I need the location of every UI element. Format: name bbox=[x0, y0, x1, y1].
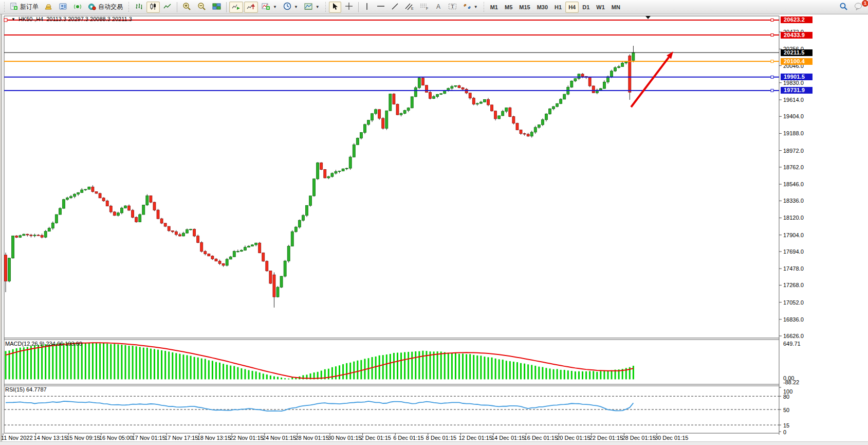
fibonacci-button[interactable]: F bbox=[417, 2, 431, 13]
candle bbox=[512, 116, 515, 124]
candle bbox=[632, 46, 635, 62]
periods-button[interactable]: ▼ bbox=[281, 2, 301, 13]
time-tick-label: 22 Dec 01:15 bbox=[589, 435, 623, 441]
tile-windows-button[interactable] bbox=[210, 2, 224, 13]
candle bbox=[534, 126, 537, 134]
line-handle[interactable] bbox=[771, 60, 773, 63]
time-tick-label: 20 Dec 01:15 bbox=[557, 435, 590, 441]
line-handle[interactable] bbox=[4, 19, 7, 22]
timeframe-button-mn[interactable]: MN bbox=[608, 2, 623, 13]
candle bbox=[124, 205, 126, 208]
notification-count-badge: 1 bbox=[862, 0, 868, 7]
gold-icon bbox=[45, 3, 53, 11]
macd-axis-min: -88.22 bbox=[783, 379, 799, 385]
auto-scroll-button[interactable] bbox=[229, 2, 243, 13]
candle bbox=[62, 199, 65, 209]
signal-icon bbox=[73, 3, 82, 12]
line-chart-button[interactable] bbox=[161, 2, 174, 13]
timeframe-button-d1[interactable]: D1 bbox=[579, 2, 593, 13]
gold-button[interactable] bbox=[42, 2, 56, 13]
shapes-button[interactable]: ▼ bbox=[460, 2, 481, 13]
chart-canvas[interactable] bbox=[0, 14, 868, 441]
zoom-out-button[interactable] bbox=[195, 2, 209, 13]
candlestick-chart-icon bbox=[149, 3, 157, 12]
search-button[interactable] bbox=[837, 2, 851, 13]
notifications-button[interactable]: 1 bbox=[852, 2, 866, 13]
svg-text:E: E bbox=[411, 7, 414, 10]
candle bbox=[570, 81, 573, 88]
symbol-dropdown-icon[interactable]: ▼ bbox=[11, 17, 15, 22]
equidistant-channel-button[interactable]: E bbox=[402, 2, 416, 13]
cursor-button[interactable] bbox=[329, 2, 341, 13]
auto-trading-button[interactable]: 自动交易 bbox=[85, 2, 125, 13]
candle bbox=[491, 105, 493, 112]
current-price-badge: 20211.5 bbox=[781, 49, 812, 56]
line-handle[interactable] bbox=[771, 76, 773, 78]
signal-button[interactable] bbox=[71, 2, 84, 13]
time-tick-label: 30 Dec 01:15 bbox=[655, 435, 688, 441]
candle bbox=[248, 245, 250, 247]
crosshair-icon bbox=[345, 2, 353, 12]
equidistant-channel-icon: E bbox=[405, 3, 414, 12]
time-tick-label: 30 Nov 01:15 bbox=[328, 435, 361, 441]
text-label-button[interactable]: T bbox=[446, 2, 459, 13]
line-handle[interactable] bbox=[771, 34, 773, 37]
candle bbox=[153, 202, 156, 211]
time-tick-label: 15 Nov 09:15 bbox=[66, 435, 100, 441]
candle bbox=[30, 234, 32, 238]
candle bbox=[106, 200, 108, 206]
candle bbox=[23, 234, 25, 236]
timeframe-button-h4[interactable]: H4 bbox=[565, 2, 579, 13]
time-tick-label: 24 Nov 01:15 bbox=[263, 435, 296, 441]
zoom-in-button[interactable] bbox=[180, 2, 194, 13]
chart-window[interactable] bbox=[0, 14, 868, 441]
accounts-button[interactable] bbox=[57, 2, 70, 13]
trendline-button[interactable] bbox=[389, 2, 401, 13]
time-tick-label: 14 Dec 01:15 bbox=[491, 435, 525, 441]
candle bbox=[378, 109, 381, 120]
candle bbox=[414, 86, 417, 97]
candle bbox=[211, 255, 214, 260]
trend-arrow[interactable] bbox=[631, 57, 669, 107]
trading-terminal-window: { "toolbar": { "new_order_label": "新订单",… bbox=[0, 0, 868, 445]
line-handle[interactable] bbox=[771, 19, 773, 21]
timeframe-button-m15[interactable]: M15 bbox=[516, 2, 533, 13]
horizontal-line-button[interactable] bbox=[374, 2, 387, 13]
candle bbox=[363, 124, 366, 134]
bar-chart-button[interactable] bbox=[132, 2, 145, 13]
line-handle[interactable] bbox=[771, 89, 773, 92]
candle bbox=[614, 66, 617, 72]
chart-shift-button[interactable] bbox=[244, 2, 258, 13]
template-button[interactable]: ▼ bbox=[302, 2, 322, 13]
candle bbox=[146, 194, 149, 206]
time-tick-label: 17 Nov 17:15 bbox=[164, 435, 198, 441]
timeframe-button-h1[interactable]: H1 bbox=[551, 2, 565, 13]
auto-trading-label: 自动交易 bbox=[98, 3, 123, 11]
indicators-button[interactable]: ▼ bbox=[259, 2, 280, 13]
chart-title: ▼ HK50-,H4 20113.3 20297.3 20088.3 20211… bbox=[11, 16, 132, 22]
candle bbox=[81, 188, 83, 193]
candle bbox=[193, 228, 196, 237]
timeframe-button-m1[interactable]: M1 bbox=[487, 2, 501, 13]
price-tick-label: 18120.0 bbox=[783, 215, 804, 221]
timeframe-button-m5[interactable]: M5 bbox=[502, 2, 515, 13]
candle bbox=[472, 97, 475, 105]
crosshair-button[interactable] bbox=[342, 2, 356, 13]
candle bbox=[255, 243, 257, 246]
new-order-button[interactable]: 新订单 bbox=[8, 2, 41, 13]
rsi-layer bbox=[4, 396, 779, 425]
text-button[interactable]: A bbox=[432, 2, 445, 13]
toolbar-separator bbox=[358, 2, 359, 12]
candlestick-chart-button[interactable] bbox=[146, 2, 160, 13]
candle bbox=[447, 87, 450, 92]
chart-shift-icon bbox=[247, 3, 255, 12]
candle bbox=[603, 80, 605, 88]
toolbar-separator bbox=[177, 2, 177, 12]
timeframe-button-w1[interactable]: W1 bbox=[593, 2, 608, 13]
candle bbox=[324, 169, 326, 179]
candle bbox=[549, 108, 551, 115]
timeframe-button-m30[interactable]: M30 bbox=[534, 2, 551, 13]
candle bbox=[502, 110, 504, 116]
price-tick-label: 17904.0 bbox=[783, 232, 804, 238]
vertical-line-button[interactable] bbox=[361, 2, 373, 13]
